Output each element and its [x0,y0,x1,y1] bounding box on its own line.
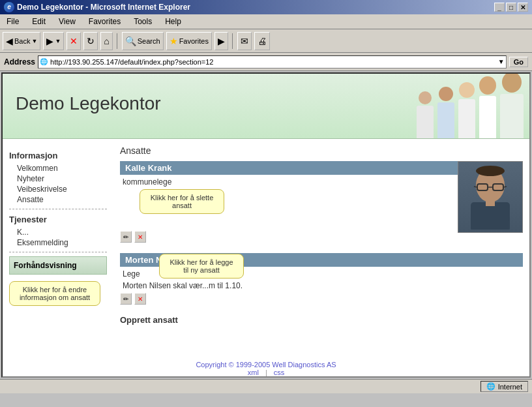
window-title-text: Demo Legekontor - Microsoft Internet Exp… [17,3,190,12]
edit-icon-2[interactable]: ✏ [120,293,132,305]
edit-icon-1[interactable]: ✏ [120,231,132,243]
back-button[interactable]: ◀ Back ▼ [3,32,40,50]
menu-favorites[interactable]: Favorites [85,16,125,27]
search-icon: 🔍 [125,36,136,46]
menu-file[interactable]: File [3,16,23,27]
menu-bar: File Edit View Favorites Tools Help [0,14,532,29]
address-input-wrap[interactable]: 🌐 ▼ [38,55,507,68]
footer-copyright: Copyright © 1999-2005 Well Diagnostics A… [10,361,522,369]
address-dropdown-icon[interactable]: ▼ [497,58,506,65]
header-photo [399,74,529,138]
sidebar-divider-2 [9,252,107,252]
title-bar-left: e Demo Legekontor - Microsoft Internet E… [4,2,190,12]
internet-icon: 🌐 [486,382,495,391]
pencil-icon: ✏ [123,234,128,241]
doc-1 [415,91,435,138]
svg-point-8 [476,166,505,176]
page-icon: 🌐 [38,58,49,65]
mail-icon: ✉ [241,36,248,46]
home-button[interactable]: ⌂ [100,32,112,50]
footer-separator: | [265,369,267,376]
action-icons-1: ✏ ✕ [120,231,458,243]
forward-icon: ▶ [46,36,53,46]
sidebar-divider-1 [9,209,107,209]
favorites-button[interactable]: ★ Favorites [166,32,212,50]
sidebar-section-forhandsvisning: Forhåndsvisning [9,256,107,275]
doc-2 [436,87,456,138]
employee-photo-1 [458,161,523,233]
sidebar-link-nyheter[interactable]: Nyheter [9,173,107,184]
action-icons-2: ✏ ✕ [120,293,523,305]
status-zone: 🌐 Internet [480,381,528,392]
delete-icon-2[interactable]: ✕ [134,293,146,305]
sidebar-link-ansatte[interactable]: Ansatte [9,194,107,205]
menu-help[interactable]: Help [161,16,185,27]
delete-x-icon-2: ✕ [138,295,143,303]
search-label: Search [138,37,160,45]
menu-edit[interactable]: Edit [28,16,50,27]
toolbar: ◀ Back ▼ ▶ ▼ ✕ ↻ ⌂ 🔍 Search ★ Favorite [0,29,532,53]
print-icon: 🖨 [258,36,267,46]
stop-icon: ✕ [70,36,78,46]
bubble-edit: Klikk her for å endre informasjon om ans… [9,281,100,306]
delete-icon-1[interactable]: ✕ [134,231,146,243]
add-employee-link[interactable]: Opprett ansatt [120,315,523,325]
site-header: Demo Legekontor [3,74,529,139]
sidebar: Informasjon Velkommen Nyheter Veibeskriv… [9,145,113,340]
svg-rect-7 [486,200,495,206]
sidebar-link-velkommen[interactable]: Velkommen [9,163,107,173]
svg-line-5 [503,187,507,187]
doctor-group [399,74,529,138]
browser-content: Demo Legekontor [1,72,531,378]
toolbar-sep-1 [117,33,118,49]
section-heading-ansatte: Ansatte [120,145,523,156]
employee-name-1: Kalle Krank [120,161,458,175]
doc-4 [478,76,497,138]
address-bar: Address 🌐 ▼ Go [0,53,532,71]
zone-label: Internet [498,383,522,391]
bubble-add: Klikk her for å legge til ny ansatt [159,254,244,279]
print-button[interactable]: 🖨 [254,32,270,50]
delete-x-icon: ✕ [138,234,143,241]
go-button[interactable]: Go [509,57,528,67]
minimize-button[interactable]: _ [494,3,505,12]
back-icon: ◀ [6,36,13,46]
bubble-area-left: Klikk her for å endre informasjon om ans… [9,281,107,340]
close-button[interactable]: ✕ [518,3,528,12]
refresh-icon: ↻ [87,36,95,46]
bubble-delete: Klikk her for å slette ansatt [140,189,224,214]
sidebar-link-veibeskrivelse[interactable]: Veibeskrivelse [9,184,107,194]
mail-button[interactable]: ✉ [237,32,252,50]
address-label: Address [4,57,35,67]
footer-link-xml[interactable]: xml [248,369,259,376]
main-content: Ansatte Kalle Krank kommunelege Klikk he… [113,145,523,340]
maximize-button[interactable]: □ [506,3,516,12]
sidebar-link-k[interactable]: K... [9,227,107,237]
employee-photo-svg-1 [461,164,520,230]
home-icon: ⌂ [104,36,109,46]
menu-tools[interactable]: Tools [130,16,156,27]
status-right: 🌐 Internet [480,381,528,392]
sidebar-link-eksemmelding[interactable]: Eksemmelding [9,237,107,248]
back-dropdown-icon: ▼ [31,38,37,44]
bubble-area-right: ✏ ✕ Klikk her for å legge til ny ansatt [120,293,523,305]
forward-button[interactable]: ▶ ▼ [43,32,64,50]
address-input[interactable] [49,56,497,68]
search-button[interactable]: 🔍 Search [122,32,164,50]
stop-button[interactable]: ✕ [66,32,81,50]
window-frame: e Demo Legekontor - Microsoft Internet E… [0,0,532,393]
pencil-icon-2: ✏ [123,295,128,303]
window-controls[interactable]: _ □ ✕ [494,3,528,12]
favorites-label: Favorites [179,37,209,45]
page-body: Informasjon Velkommen Nyheter Veibeskriv… [3,139,529,346]
star-icon: ★ [170,36,178,46]
status-bar: 🌐 Internet [0,379,532,393]
media-button[interactable]: ▶ [214,32,228,50]
doc-5 [499,74,525,138]
refresh-button[interactable]: ↻ [83,32,98,50]
employee-entry-1: Kalle Krank kommunelege Klikk her for å … [120,161,523,243]
svg-line-4 [474,187,477,187]
menu-view[interactable]: View [55,16,80,27]
footer-link-css[interactable]: css [274,369,285,376]
page-footer: Copyright © 1999-2005 Well Diagnostics A… [3,353,529,378]
